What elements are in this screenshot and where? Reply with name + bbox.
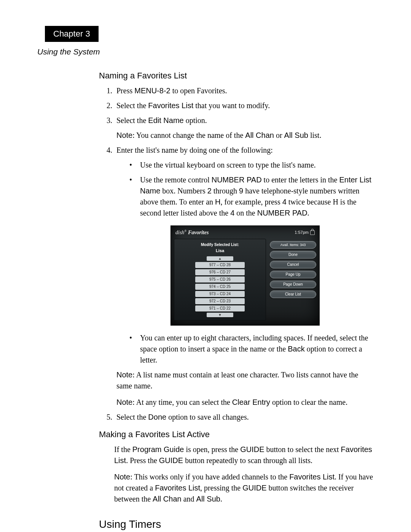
channel-row[interactable]: 973 – CD 24 <box>195 291 245 297</box>
list-name: Lisa <box>177 248 263 254</box>
logo-icon: dish® <box>175 230 186 235</box>
channel-row[interactable]: 971 – CD 22 <box>195 305 245 312</box>
avail-items-label: Avail. Items: 343 <box>270 241 316 249</box>
scroll-down-button[interactable]: ▼ <box>207 313 233 317</box>
step-3: Select the Edit Name option. Note: You c… <box>114 115 374 141</box>
heading-timers: Using Timers <box>99 518 374 532</box>
section-header: Using the System <box>37 47 411 56</box>
step-4: Enter the list's name by doing one of th… <box>114 145 374 408</box>
bullet-eight-chars: You can enter up to eight characters, in… <box>129 332 374 366</box>
modify-label: Modify Selected List: <box>177 242 263 248</box>
cancel-button[interactable]: Cancel <box>270 261 316 268</box>
step-5: Select the Done option to save all chang… <box>114 412 374 423</box>
channel-row[interactable]: 975 – CD 26 <box>195 276 245 283</box>
time-label: 1:57pm <box>295 230 309 236</box>
lock-icon <box>310 230 315 235</box>
favorites-screenshot: dish® Favorites 1:57pm Modify Selected L… <box>170 225 320 326</box>
step-2: Select the Favorites List that you want … <box>114 100 374 111</box>
bullet-keyboard: Use the virtual keyboard on screen to ty… <box>129 160 374 171</box>
channel-row[interactable]: 976 – CD 27 <box>195 269 245 275</box>
channel-row[interactable]: 977 – CD 28 <box>195 262 245 268</box>
page-up-button[interactable]: Page Up <box>270 271 316 278</box>
bullet-numberpad: Use the remote control NUMBER PAD to ent… <box>129 174 374 219</box>
step-1: Press MENU-8-2 to open Favorites. <box>114 85 374 96</box>
heading-active: Making a Favorites List Active <box>99 430 374 439</box>
done-button[interactable]: Done <box>270 251 316 259</box>
clear-list-button[interactable]: Clear List <box>270 291 316 298</box>
channel-row[interactable]: 972 – CD 23 <box>195 298 245 304</box>
active-p1: If the Program Guide is open, press the … <box>114 444 374 466</box>
scroll-up-button[interactable]: ▲ <box>207 256 233 261</box>
active-p2: Note: This works only if you have added … <box>114 471 374 505</box>
heading-naming: Naming a Favorites List <box>99 71 374 81</box>
channel-row[interactable]: 974 – CD 25 <box>195 284 245 290</box>
page-down-button[interactable]: Page Down <box>270 281 316 288</box>
chapter-tab: Chapter 3 <box>45 26 99 42</box>
